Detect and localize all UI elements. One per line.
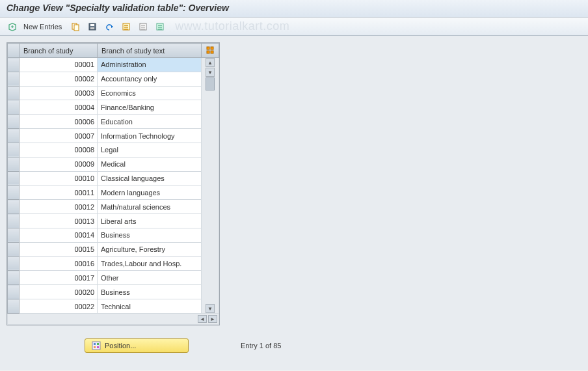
footer: Position... Entry 1 of 85 xyxy=(85,338,581,353)
column-header-text[interactable]: Branch of study text xyxy=(98,44,202,58)
row-selector[interactable] xyxy=(8,171,20,186)
cell-text[interactable]: Agriculture, Forestry xyxy=(98,242,202,256)
cell-text[interactable]: Information Technology xyxy=(98,129,202,143)
row-selector[interactable] xyxy=(8,72,20,86)
table-row: 00010Classical languages xyxy=(8,171,219,186)
row-selector[interactable] xyxy=(8,200,20,214)
svg-rect-19 xyxy=(207,51,209,53)
row-selector[interactable] xyxy=(8,86,20,100)
cell-code[interactable]: 00006 xyxy=(20,115,98,129)
scroll-thumb[interactable] xyxy=(206,77,215,90)
cell-text[interactable]: Technical xyxy=(98,299,202,314)
table-row: 00008Legal xyxy=(8,143,219,157)
cell-text[interactable]: Accountancy only xyxy=(98,72,202,86)
copy-icon[interactable] xyxy=(68,20,83,33)
cell-text[interactable]: Administration xyxy=(98,58,202,72)
delimit-icon[interactable] xyxy=(153,20,167,33)
cell-text[interactable]: Legal xyxy=(98,143,202,157)
row-selector[interactable] xyxy=(8,143,20,157)
cell-text[interactable]: Economics xyxy=(98,86,202,100)
svg-rect-7 xyxy=(124,27,128,28)
toolbar: New Entries www.tutorialkart.com xyxy=(0,18,588,36)
content-area: Branch of study Branch of study text 000… xyxy=(0,36,588,370)
svg-rect-21 xyxy=(92,342,100,350)
cell-text[interactable]: Medical xyxy=(98,157,202,171)
table-row: 00016Trades,Labour and Hosp. xyxy=(8,256,219,271)
new-entries-button[interactable]: New Entries xyxy=(22,20,66,33)
row-selector[interactable] xyxy=(8,271,20,285)
table-config-icon xyxy=(206,46,214,54)
cell-code[interactable]: 00012 xyxy=(20,200,98,214)
expand-icon[interactable] xyxy=(5,20,20,33)
cell-code[interactable]: 00004 xyxy=(20,100,98,115)
cell-code[interactable]: 00009 xyxy=(20,157,98,171)
scroll-right-button[interactable]: ► xyxy=(208,315,217,323)
cell-text[interactable]: Classical languages xyxy=(98,171,202,186)
svg-rect-15 xyxy=(158,27,162,28)
cell-code[interactable]: 00007 xyxy=(20,129,98,143)
cell-text[interactable]: Math/natural sciences xyxy=(98,200,202,214)
cell-code[interactable]: 00011 xyxy=(20,186,98,200)
title-bar: Change View "Specialty validation table"… xyxy=(0,0,588,18)
svg-rect-24 xyxy=(94,346,96,348)
cell-code[interactable]: 00002 xyxy=(20,72,98,86)
row-selector[interactable] xyxy=(8,115,20,129)
row-selector[interactable] xyxy=(8,100,20,115)
cell-text[interactable]: Trades,Labour and Hosp. xyxy=(98,256,202,271)
vertical-scrollbar[interactable]: ▲▼▼ xyxy=(202,58,219,314)
svg-rect-16 xyxy=(158,29,162,30)
table-row: 00015Agriculture, Forestry xyxy=(8,242,219,256)
row-selector[interactable] xyxy=(8,299,20,314)
cell-text[interactable]: Business xyxy=(98,228,202,242)
row-selector[interactable] xyxy=(8,242,20,256)
save-icon[interactable] xyxy=(85,20,100,33)
cell-code[interactable]: 00017 xyxy=(20,271,98,285)
row-selector[interactable] xyxy=(8,157,20,171)
position-button[interactable]: Position... xyxy=(85,338,189,353)
cell-code[interactable]: 00001 xyxy=(20,58,98,72)
row-selector[interactable] xyxy=(8,285,20,299)
table-row: 00009Medical xyxy=(8,157,219,171)
cell-text[interactable]: Modern languages xyxy=(98,186,202,200)
row-selector[interactable] xyxy=(8,228,20,242)
svg-rect-12 xyxy=(141,29,145,30)
row-selector[interactable] xyxy=(8,186,20,200)
cell-text[interactable]: Education xyxy=(98,115,202,129)
scroll-down-button[interactable]: ▼ xyxy=(206,68,215,77)
row-selector[interactable] xyxy=(8,256,20,271)
cell-text[interactable]: Finance/Banking xyxy=(98,100,202,115)
undo-icon[interactable] xyxy=(102,20,116,33)
svg-rect-17 xyxy=(207,47,209,49)
cell-code[interactable]: 00013 xyxy=(20,214,98,228)
svg-rect-14 xyxy=(158,25,162,26)
row-selector[interactable] xyxy=(8,129,20,143)
row-selector-header[interactable] xyxy=(8,44,20,58)
svg-rect-23 xyxy=(97,343,99,345)
cell-code[interactable]: 00020 xyxy=(20,285,98,299)
table-row: 00011Modern languages xyxy=(8,186,219,200)
column-header-code[interactable]: Branch of study xyxy=(20,44,98,58)
scroll-left-button[interactable]: ◄ xyxy=(198,315,207,323)
cell-code[interactable]: 00014 xyxy=(20,228,98,242)
cell-text[interactable]: Other xyxy=(98,271,202,285)
cell-code[interactable]: 00015 xyxy=(20,242,98,256)
cell-code[interactable]: 00022 xyxy=(20,299,98,314)
cell-code[interactable]: 00010 xyxy=(20,171,98,186)
cell-code[interactable]: 00016 xyxy=(20,256,98,271)
cell-code[interactable]: 00008 xyxy=(20,143,98,157)
deselect-all-icon[interactable] xyxy=(136,20,150,33)
table-row: 00007Information Technology xyxy=(8,129,219,143)
row-selector[interactable] xyxy=(8,58,20,72)
table-row: 00022Technical xyxy=(8,299,219,314)
svg-rect-8 xyxy=(124,29,128,30)
cell-text[interactable]: Business xyxy=(98,285,202,299)
table-settings-button[interactable] xyxy=(202,44,219,58)
cell-code[interactable]: 00003 xyxy=(20,86,98,100)
row-selector[interactable] xyxy=(8,214,20,228)
scroll-down-end-button[interactable]: ▼ xyxy=(206,304,215,313)
select-all-icon[interactable] xyxy=(119,20,133,33)
scroll-up-button[interactable]: ▲ xyxy=(206,58,215,67)
cell-text[interactable]: Liberal arts xyxy=(98,214,202,228)
svg-rect-11 xyxy=(141,27,145,28)
specialty-table: Branch of study Branch of study text 000… xyxy=(7,43,219,325)
